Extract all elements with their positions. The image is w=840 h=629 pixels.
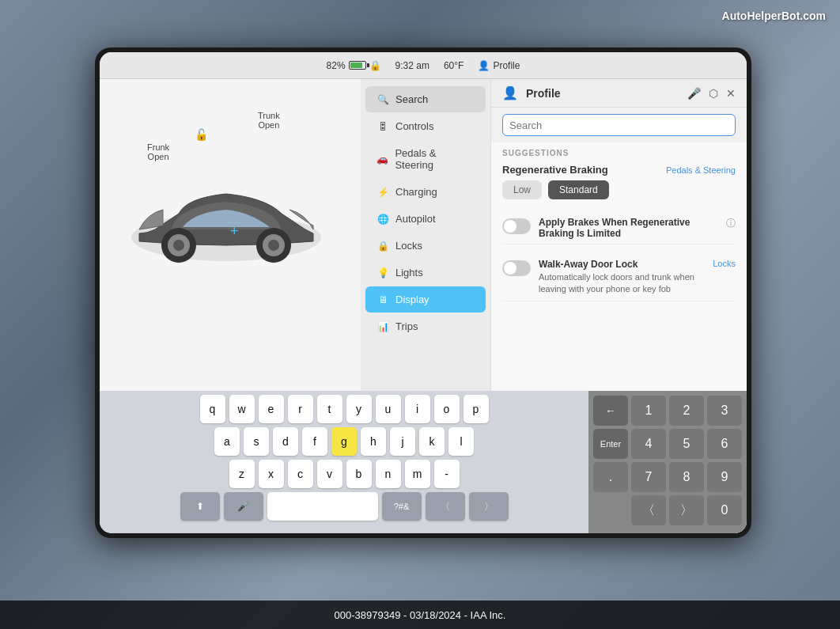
bottom-bar: 000-38979349 - 03/18/2024 - IAA Inc. <box>0 601 840 629</box>
status-profile[interactable]: 👤 Profile <box>478 60 520 71</box>
battery-icon <box>349 61 366 70</box>
num-4[interactable]: 4 <box>631 429 666 459</box>
key-m[interactable]: m <box>405 460 430 488</box>
key-shift[interactable]: ⬆ <box>180 492 220 521</box>
walk-away-text: Walk-Away Door Lock Automatically lock d… <box>539 259 706 296</box>
nav-item-trips[interactable]: 📊 Trips <box>365 313 486 339</box>
key-right-arrow[interactable]: 〉 <box>469 492 509 521</box>
num-backspace[interactable]: ← <box>593 396 628 426</box>
key-j[interactable]: j <box>390 427 415 456</box>
key-b[interactable]: b <box>346 460 372 488</box>
key-e[interactable]: e <box>259 395 284 423</box>
profile-panel-title: Profile <box>526 87 679 100</box>
profile-header: 👤 Profile 🎤 ⬡ ✕ <box>491 79 747 108</box>
charging-icon: ⚡ <box>376 187 389 198</box>
walk-away-link[interactable]: Locks <box>713 259 736 268</box>
key-symbols[interactable]: ?#& <box>382 492 422 521</box>
apply-brakes-info-icon[interactable]: ⓘ <box>726 217 736 230</box>
profile-label: Profile <box>493 60 520 71</box>
nav-search-label: Search <box>395 93 428 105</box>
walk-away-toggle[interactable] <box>502 260 531 276</box>
svg-point-3 <box>173 240 184 251</box>
nav-pedals-label: Pedals & Steering <box>395 147 475 171</box>
nav-item-display[interactable]: 🖥 Display <box>365 286 486 313</box>
regen-standard-button[interactable]: Standard <box>548 180 609 199</box>
keyboard-row-1: q w e r t y u i o p <box>103 395 585 423</box>
numpad-row-1: ← 1 2 3 <box>593 396 742 426</box>
key-y[interactable]: y <box>346 395 372 423</box>
num-9[interactable]: 9 <box>707 462 742 492</box>
num-8[interactable]: 8 <box>669 462 704 492</box>
key-l[interactable]: l <box>448 427 474 456</box>
numpad-row-2: Enter 4 5 6 <box>593 429 742 459</box>
key-s[interactable]: s <box>244 427 269 456</box>
key-i[interactable]: i <box>405 395 430 423</box>
regen-header: Regenerative Braking Pedals & Steering <box>502 164 736 176</box>
key-g[interactable]: g <box>331 427 357 456</box>
apply-brakes-toggle[interactable] <box>502 218 531 234</box>
nav-item-controls[interactable]: 🎛 Controls <box>365 113 486 139</box>
key-n[interactable]: n <box>376 460 401 488</box>
num-next[interactable]: 〉 <box>669 495 704 525</box>
key-k[interactable]: k <box>419 427 445 456</box>
numpad-row-3: . 7 8 9 <box>593 462 742 492</box>
walk-away-toggle-row: Walk-Away Door Lock Automatically lock d… <box>502 254 736 301</box>
regen-link[interactable]: Pedals & Steering <box>666 165 736 175</box>
num-prev[interactable]: 〈 <box>631 495 666 525</box>
lock-icon: 🔒 <box>369 60 381 71</box>
num-7[interactable]: 7 <box>631 462 666 492</box>
num-enter[interactable]: Enter <box>593 429 628 459</box>
search-input[interactable] <box>502 114 736 136</box>
status-time: 9:32 am <box>395 60 429 71</box>
num-1[interactable]: 1 <box>631 396 666 426</box>
num-0[interactable]: 0 <box>707 495 742 525</box>
key-space[interactable] <box>267 492 378 521</box>
walk-away-title: Walk-Away Door Lock <box>539 259 706 270</box>
key-dash[interactable]: - <box>434 460 460 488</box>
key-v[interactable]: v <box>317 460 342 488</box>
regen-low-button[interactable]: Low <box>502 180 542 199</box>
mic-icon[interactable]: 🎤 <box>687 87 701 100</box>
key-p[interactable]: p <box>464 395 489 423</box>
nav-display-label: Display <box>395 294 429 305</box>
profile-header-icons: 🎤 ⬡ ✕ <box>687 87 736 100</box>
regen-braking-item: Regenerative Braking Pedals & Steering L… <box>502 164 736 199</box>
trips-icon: 📊 <box>376 321 389 332</box>
key-h[interactable]: h <box>361 427 386 456</box>
key-u[interactable]: u <box>376 395 401 423</box>
key-r[interactable]: r <box>288 395 313 423</box>
nav-item-lights[interactable]: 💡 Lights <box>365 260 486 286</box>
search-nav-icon: 🔍 <box>376 94 389 105</box>
key-mic[interactable]: 🎤 <box>224 492 263 521</box>
key-d[interactable]: d <box>273 427 298 456</box>
bluetooth-icon[interactable]: ⬡ <box>709 87 718 100</box>
key-z[interactable]: z <box>229 460 255 488</box>
num-5[interactable]: 5 <box>669 429 704 459</box>
key-f[interactable]: f <box>302 427 327 456</box>
num-6[interactable]: 6 <box>707 429 742 459</box>
person-icon: 👤 <box>478 60 490 71</box>
svg-text:+: + <box>230 223 239 239</box>
key-w[interactable]: w <box>229 395 255 423</box>
walk-away-inner: Walk-Away Door Lock Automatically lock d… <box>502 259 736 296</box>
key-c[interactable]: c <box>288 460 313 488</box>
key-t[interactable]: t <box>317 395 342 423</box>
num-2[interactable]: 2 <box>669 396 704 426</box>
nav-item-autopilot[interactable]: 🌐 Autopilot <box>365 206 486 232</box>
nav-item-charging[interactable]: ⚡ Charging <box>365 179 486 205</box>
nav-item-locks[interactable]: 🔒 Locks <box>365 233 486 259</box>
nav-item-pedals[interactable]: 🚗 Pedals & Steering <box>365 140 486 178</box>
key-o[interactable]: o <box>434 395 460 423</box>
key-q[interactable]: q <box>200 395 225 423</box>
num-3[interactable]: 3 <box>707 396 742 426</box>
nav-item-search[interactable]: 🔍 Search <box>365 86 486 112</box>
car-display: FrunkOpen TrunkOpen 🔓 <box>100 79 361 391</box>
status-temp: 60°F <box>444 60 464 71</box>
close-icon[interactable]: ✕ <box>726 87 736 100</box>
key-left-arrow[interactable]: 〈 <box>426 492 465 521</box>
num-dot[interactable]: . <box>593 462 628 492</box>
key-a[interactable]: a <box>214 427 240 456</box>
controls-icon: 🎛 <box>376 121 389 132</box>
key-x[interactable]: x <box>259 460 284 488</box>
nav-autopilot-label: Autopilot <box>395 213 436 225</box>
